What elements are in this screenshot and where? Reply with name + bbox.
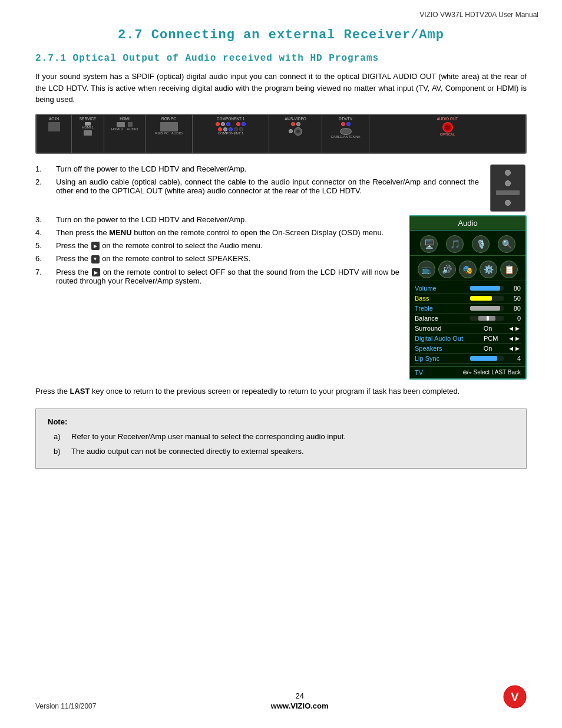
manual-title: VIZIO VW37L HDTV20A User Manual	[419, 11, 538, 19]
rgb-port	[160, 122, 178, 131]
comp2-r	[218, 127, 222, 131]
osd-row-bass: Bass 50	[415, 294, 521, 304]
connector-image	[488, 164, 527, 212]
arrow-right-icon-2: ▶	[92, 268, 100, 276]
panel-ac-in: AC IN	[37, 115, 72, 153]
osd-row-speakers: Speakers On ◄►	[415, 344, 521, 354]
note-box: Note: a) Refer to your Receiver/Amp user…	[35, 409, 527, 469]
balance-indicator	[487, 316, 489, 321]
page-footer: Version 11/19/2007 24 www.VIZIO.com V	[0, 685, 562, 710]
osd-row-lipsync: Lip Sync 4	[415, 354, 521, 364]
volume-bar	[470, 286, 500, 291]
page-content: 2.7 Connecting an external Receiver/Amp …	[0, 22, 562, 498]
steps-3-7-row: 3. Turn on the power to the LCD HDTV and…	[35, 215, 527, 380]
osd-rows: Volume 80 Bass	[410, 281, 525, 366]
main-content-area: 1. Turn off the power to the LCD HDTV an…	[35, 164, 527, 380]
osd-icon-8: ⚙️	[480, 261, 497, 278]
subsection-title: 2.7.1 Optical Output of Audio received w…	[35, 53, 527, 64]
av-audio-l	[289, 129, 293, 133]
steps-3-7: 3. Turn on the power to the LCD HDTV and…	[35, 215, 399, 380]
audio-osd: Audio 🖥️ 🎵 🎙️ 🔍 📺 🔊 🎭	[409, 215, 527, 380]
bass-bar	[470, 296, 492, 301]
osd-icons-row: 🖥️ 🎵 🎙️ 🔍	[410, 230, 525, 256]
steps-1-2: 1. Turn off the power to the LCD HDTV an…	[35, 164, 479, 212]
comp-r-port	[216, 122, 220, 126]
arrow-right-icon: ▶	[91, 242, 100, 250]
bottom-text: Press the LAST key once to return to the…	[35, 386, 527, 397]
panel-rgb: RGB PC RGB PC AUDIO	[146, 115, 193, 153]
osd-icon-1: 🖥️	[420, 235, 438, 253]
osd-footer: TV ⊕/÷ Select LAST Back	[410, 366, 525, 378]
osd-title: Audio	[410, 216, 525, 230]
ac-port	[48, 122, 60, 131]
steps-area: 1. Turn off the power to the LCD HDTV an…	[35, 164, 527, 380]
arrow-down-icon: ▼	[91, 255, 100, 263]
step-7: 7. Press the ▶ on the remote control to …	[35, 268, 399, 286]
av-svideo-big	[294, 127, 302, 136]
section-title: 2.7 Connecting an external Receiver/Amp	[35, 28, 527, 42]
comp-al-port	[242, 122, 246, 126]
osd-row-balance: Balance 0	[415, 314, 521, 324]
svg-text:V: V	[511, 690, 519, 703]
hdmi2-port	[117, 122, 125, 127]
osd-icon-2: 🎵	[446, 235, 464, 253]
osd-icon-9: 📋	[500, 261, 518, 278]
lipsync-bar	[470, 356, 497, 361]
panel-component: COMPONENT 1 COMPONENT 1	[193, 115, 269, 153]
comp2-g	[223, 127, 227, 131]
hdmi1-port	[84, 130, 92, 136]
dtv-coax	[340, 128, 352, 135]
comp2-x	[234, 127, 238, 131]
note-item-b: b) The audio output can not be connected…	[54, 446, 514, 457]
panel-av-svideo: AV/S-VIDEO	[269, 115, 322, 153]
osd-icon-7: 🎭	[459, 261, 477, 278]
osd-icon-5: 📺	[418, 261, 435, 278]
step-4: 4. Then press the MENU button on the rem…	[35, 228, 399, 237]
audio-osd-container: Audio 🖥️ 🎵 🎙️ 🔍 📺 🔊 🎭	[409, 215, 527, 380]
osd-icon-4: 🔍	[498, 235, 515, 253]
note-item-a: a) Refer to your Receiver/Amp user manua…	[54, 431, 514, 443]
note-list: a) Refer to your Receiver/Amp user manua…	[48, 431, 514, 457]
step-1: 1. Turn off the power to the LCD HDTV an…	[35, 164, 479, 173]
intro-paragraph: If your sound system has a SPDIF (optica…	[35, 71, 527, 106]
page-header: VIZIO VW37L HDTV20A User Manual	[0, 0, 562, 22]
footer-center: 24 www.VIZIO.com	[271, 691, 329, 710]
step-5: 5. Press the ▶ on the remote control to …	[35, 241, 399, 251]
comp2-b	[229, 127, 233, 131]
panel-service: SERVICE HDMI 1	[72, 115, 104, 153]
comp2-y	[239, 127, 243, 131]
dtv-r	[341, 122, 345, 126]
connector-box	[490, 164, 525, 212]
av-r	[291, 122, 295, 126]
step-3: 3. Turn on the power to the LCD HDTV and…	[35, 215, 399, 224]
osd-row-treble: Treble 80	[415, 304, 521, 314]
step-2: 2. Using an audio cable (optical cable),…	[35, 177, 479, 195]
comp-b-port	[226, 122, 230, 126]
dtv-b	[346, 122, 351, 126]
audio-mini-port	[128, 122, 133, 127]
comp-g-port	[221, 122, 225, 126]
sv-port	[296, 122, 300, 126]
osd-icon-6: 🔊	[438, 261, 456, 278]
footer-version: Version 11/19/2007	[35, 702, 96, 710]
note-title: Note:	[48, 417, 514, 426]
osd-row-digital-audio: Digital Audio Out PCM ◄►	[415, 334, 521, 344]
steps-1-2-row: 1. Turn off the power to the LCD HDTV an…	[35, 164, 527, 212]
comp-ar-port	[236, 122, 240, 126]
osd-row-volume: Volume 80	[415, 284, 521, 294]
step-6: 6. Press the ▼ on the remote control to …	[35, 254, 399, 263]
footer-website: www.VIZIO.com	[271, 701, 329, 710]
panel-dtv: DTV/TV CABLE/ANTENNA	[322, 115, 369, 153]
vizio-logo: V	[503, 685, 527, 710]
connector-slot	[496, 190, 520, 195]
page-number: 24	[271, 691, 329, 700]
osd-icon-3: 🎙️	[472, 235, 490, 253]
panel-audio-out: AUDIO OUT OPTICAL	[369, 115, 525, 153]
osd-icons-row-2: 📺 🔊 🎭 ⚙️ 📋	[410, 256, 525, 281]
panel-hdmi2: HDMI HDMI 2 AUDIO	[104, 115, 146, 153]
osd-row-surround: Surround On ◄►	[415, 324, 521, 334]
treble-bar	[470, 306, 500, 311]
audio-out-port	[442, 122, 453, 133]
balance-bar	[478, 316, 495, 321]
tv-back-panel: AC IN SERVICE HDMI 1 HDMI HDMI 2 AUDIO	[35, 114, 527, 154]
